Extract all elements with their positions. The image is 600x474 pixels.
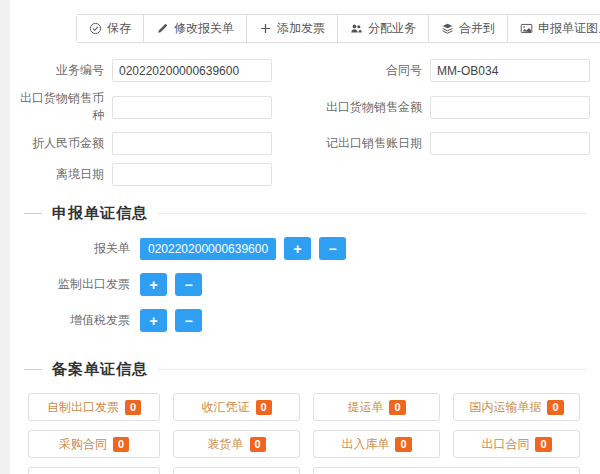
- supervised-export-invoice-row: 监制出口发票 + −: [10, 273, 600, 296]
- export-sales-currency-input[interactable]: [112, 96, 272, 119]
- customs-declaration-remove-button[interactable]: −: [319, 237, 346, 260]
- add-invoice-label: 添加发票: [277, 20, 325, 37]
- merge-to-label: 合并到: [459, 20, 495, 37]
- rmb-amount-input[interactable]: [112, 132, 272, 155]
- users-icon: [350, 22, 363, 35]
- customs-declaration-add-button[interactable]: +: [284, 237, 311, 260]
- count-badge: 0: [547, 400, 563, 415]
- record-doc-button-purchase-contract[interactable]: 采购合同 0: [28, 430, 160, 458]
- export-sales-booking-date-input[interactable]: [430, 132, 590, 155]
- business-number-label: 业务编号: [10, 62, 112, 79]
- divider: [158, 213, 586, 214]
- customs-declaration-row: 报关单 020220200000639600 + −: [10, 237, 600, 260]
- declaration-section-header: 申报单证信息: [24, 204, 586, 223]
- vat-invoice-add-button[interactable]: +: [140, 309, 167, 332]
- content-panel: 保存 修改报关单 添加发票 分配业务 合并到 申报单证图片 备案单证图片 删除: [10, 0, 600, 474]
- departure-date-input[interactable]: [112, 163, 272, 186]
- record-doc-button-freight-invoice-payment-voucher[interactable]: 运费发票及支付凭证 0: [28, 467, 160, 474]
- export-sales-booking-date-label: 记出口销售账日期: [300, 135, 430, 152]
- image-icon: [520, 22, 533, 35]
- vat-invoice-remove-button[interactable]: −: [175, 309, 202, 332]
- add-invoice-button[interactable]: 添加发票: [247, 15, 338, 42]
- customs-declaration-value-chip[interactable]: 020220200000639600: [140, 238, 276, 260]
- supervised-export-invoice-label: 监制出口发票: [10, 276, 140, 293]
- assign-business-button[interactable]: 分配业务: [338, 15, 429, 42]
- vat-invoice-label: 增值税发票: [10, 312, 140, 329]
- count-badge: 0: [389, 400, 405, 415]
- modify-declaration-button[interactable]: 修改报关单: [144, 15, 247, 42]
- vat-invoice-row: 增值税发票 + −: [10, 309, 600, 332]
- declaration-doc-images-button[interactable]: 申报单证图片: [508, 15, 600, 42]
- record-doc-button-forex-receipt[interactable]: 收汇凭证 0: [173, 393, 300, 421]
- count-badge: 0: [125, 400, 141, 415]
- modify-declaration-label: 修改报关单: [174, 20, 234, 37]
- export-sales-amount-label: 出口货物销售金额: [300, 99, 430, 116]
- contract-number-input[interactable]: [430, 59, 590, 82]
- toolbar: 保存 修改报关单 添加发票 分配业务 合并到 申报单证图片 备案单证图片 删除: [76, 14, 600, 43]
- customs-declaration-label: 报关单: [10, 240, 140, 257]
- count-badge: 0: [250, 437, 266, 452]
- record-doc-button-forwarder-tax-payment-docs[interactable]: 货代税款支付单据 0: [173, 467, 300, 474]
- check-circle-icon: [89, 22, 102, 35]
- record-doc-button-export-contract[interactable]: 出口合同 0: [453, 430, 580, 458]
- record-doc-button-domestic-transport-docs[interactable]: 国内运输单据 0: [453, 393, 580, 421]
- record-doc-button-warehouse-receipt[interactable]: 出入库单 0: [313, 430, 440, 458]
- supervised-export-invoice-add-button[interactable]: +: [140, 273, 167, 296]
- pencil-icon: [156, 22, 169, 35]
- supervised-export-invoice-remove-button[interactable]: −: [175, 273, 202, 296]
- export-sales-currency-label: 出口货物销售币种: [10, 90, 112, 124]
- count-badge: 0: [256, 400, 272, 415]
- save-label: 保存: [107, 20, 131, 37]
- business-form: 业务编号 合同号 出口货物销售币种 出口货物销售金额 折人民币金额: [10, 59, 600, 186]
- record-section-header: 备案单证信息: [24, 360, 586, 379]
- departure-date-label: 离境日期: [10, 166, 112, 183]
- rmb-amount-label: 折人民币金额: [10, 135, 112, 152]
- declaration-section-title: 申报单证信息: [52, 204, 148, 223]
- divider: [158, 369, 586, 370]
- count-badge: 0: [395, 437, 411, 452]
- merge-to-button[interactable]: 合并到: [429, 15, 508, 42]
- contract-number-label: 合同号: [300, 62, 430, 79]
- count-badge: 0: [113, 437, 129, 452]
- record-doc-button-self-made-export-invoice[interactable]: 自制出口发票 0: [28, 393, 160, 421]
- save-button[interactable]: 保存: [77, 15, 144, 42]
- assign-business-label: 分配业务: [368, 20, 416, 37]
- plus-icon: [259, 22, 272, 35]
- divider: [24, 369, 42, 370]
- record-doc-grid: 自制出口发票 0 收汇凭证 0 提运单 0 国内运输单据 0 采购合同 0 装货…: [28, 393, 580, 474]
- record-section-title: 备案单证信息: [52, 360, 148, 379]
- count-badge: 0: [535, 437, 551, 452]
- merge-layers-icon: [441, 22, 454, 35]
- divider: [24, 213, 42, 214]
- record-doc-button-loading-list[interactable]: 装货单 0: [173, 430, 300, 458]
- declaration-doc-images-label: 申报单证图片: [538, 20, 600, 37]
- record-doc-button-entrusted-declaration-payment-voucher[interactable]: 委托报关合同支付发票支付凭证 0: [313, 467, 580, 474]
- record-doc-button-bill-of-lading[interactable]: 提运单 0: [313, 393, 440, 421]
- export-sales-amount-input[interactable]: [430, 96, 590, 119]
- business-number-input[interactable]: [112, 59, 272, 82]
